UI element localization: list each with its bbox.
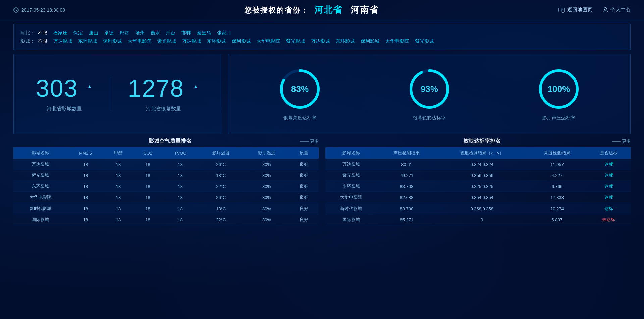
screening-more[interactable]: —— 更多	[612, 138, 631, 144]
nav-map[interactable]: 返回地图页	[558, 7, 592, 13]
table-cell: 18	[163, 181, 198, 192]
cinema-item-14[interactable]: 大华电影院	[385, 37, 409, 45]
col-formaldehyde: 甲醛	[104, 147, 133, 159]
title-prefix: 您被授权的省份：	[244, 6, 309, 14]
table-cell: 18	[67, 181, 104, 192]
cinema-item-12[interactable]: 东环影城	[336, 37, 355, 45]
screening-thead-row: 影城名称 声压检测结果 色度检测结果（x，y） 亮度检测结果 是否达标	[325, 147, 631, 159]
hebei-item-3[interactable]: 唐山	[89, 29, 98, 37]
hebei-item-9[interactable]: 邯郸	[181, 29, 191, 37]
table-cell: 18	[104, 170, 133, 181]
hebei-item-2[interactable]: 保定	[73, 29, 83, 37]
table-cell: 国际影城	[325, 214, 377, 225]
cinema-item-15[interactable]: 紫光影城	[415, 37, 434, 45]
table-row: 新时代影城83.7080.358 0.35810.274达标	[325, 203, 631, 214]
table-cell: 18	[133, 181, 162, 192]
cinema-item-3[interactable]: 保利影城	[103, 37, 122, 45]
table-row: 东环影城1818181822°C80%良好	[13, 181, 319, 192]
table-cell: 东环影城	[325, 181, 377, 192]
cinema-item-5[interactable]: 紫光影城	[157, 37, 176, 45]
hebei-item-4[interactable]: 承德	[104, 29, 114, 37]
nav-user-label: 个人中心	[610, 7, 631, 13]
col-pm25: PM2.5	[67, 147, 104, 159]
table-cell: 未达标	[587, 214, 631, 225]
table-row: 紫光影城79.2710.356 0.3564.227达标	[325, 170, 631, 181]
cinema-item-10[interactable]: 紫光影城	[286, 37, 305, 45]
hebei-item-7[interactable]: 衡水	[151, 29, 160, 37]
hebei-item-11[interactable]: 张家口	[217, 29, 231, 37]
screen-count-stat: 1278 ▲ 河北省银幕数量	[128, 76, 199, 112]
stats-right-panel: 83% 银幕亮度达标率 93% 银幕色彩达标率 100%	[228, 54, 631, 134]
table-cell: 82.688	[377, 192, 436, 203]
cinema-item-4[interactable]: 大华电影院	[128, 37, 151, 45]
hebei-item-0[interactable]: 不限	[38, 29, 47, 37]
cinema-item-6[interactable]: 万达影城	[182, 37, 201, 45]
table-cell: 新时代影城	[13, 203, 67, 214]
nav-user[interactable]: 个人中心	[602, 7, 631, 13]
hebei-label: 河北：	[20, 29, 35, 37]
table-cell: 18	[133, 214, 162, 225]
air-quality-more[interactable]: —— 更多	[300, 138, 319, 144]
circle-sound: 100% 影厅声压达标率	[537, 67, 581, 121]
person-icon	[602, 7, 608, 13]
hebei-item-1[interactable]: 石家庄	[53, 29, 67, 37]
table-cell: 大华电影院	[325, 192, 377, 203]
table-row: 万达影城80.610.324 0.32411.957达标	[325, 159, 631, 170]
table-cell: 85.271	[377, 214, 436, 225]
circle-brightness-value: 83%	[291, 84, 309, 94]
table-cell: 0.356 0.356	[436, 170, 527, 181]
cinema-item-1[interactable]: 万达影城	[53, 37, 72, 45]
table-cell: 17.333	[527, 192, 587, 203]
table-cell: 国际影城	[13, 214, 67, 225]
cinema-count-stat: 303 ▲ 河北省影城数量	[36, 76, 93, 112]
scol-sound: 声压检测结果	[377, 147, 436, 159]
table-cell: 0	[436, 214, 527, 225]
circle-brightness: 83% 银幕亮度达标率	[278, 67, 322, 121]
cinema-item-8[interactable]: 保利影城	[232, 37, 251, 45]
table-cell: 良好	[289, 159, 319, 170]
screen-count-label: 河北省银幕数量	[128, 106, 199, 112]
col-tvoc: TVOC	[163, 147, 198, 159]
table-cell: 18	[163, 214, 198, 225]
table-cell: 18	[67, 203, 104, 214]
table-cell: 18°C	[198, 203, 244, 214]
table-cell: 80%	[244, 159, 289, 170]
cinema-item-2[interactable]: 东环影城	[78, 37, 97, 45]
table-cell: 18	[67, 170, 104, 181]
screening-header: 放映达标率排名 —— 更多	[325, 138, 631, 145]
table-cell: 达标	[587, 170, 631, 181]
cinema-item-0[interactable]: 不限	[38, 37, 47, 45]
table-cell: 达标	[587, 203, 631, 214]
table-cell: 紫光影城	[325, 170, 377, 181]
table-cell: 达标	[587, 159, 631, 170]
table-cell: 18	[133, 170, 162, 181]
table-cell: 18	[133, 192, 162, 203]
table-cell: 80.61	[377, 159, 436, 170]
table-cell: 80%	[244, 192, 289, 203]
svg-line-2	[16, 10, 17, 11]
hebei-item-8[interactable]: 邢台	[166, 29, 175, 37]
table-cell: 新时代影城	[325, 203, 377, 214]
table-cell: 达标	[587, 192, 631, 203]
cinema-item-13[interactable]: 保利影城	[361, 37, 379, 45]
table-cell: 良好	[289, 192, 319, 203]
stat-divider	[110, 77, 110, 111]
air-quality-header: 影城空气质量排名 —— 更多	[13, 138, 319, 145]
table-cell: 18	[104, 192, 133, 203]
col-quality: 质量	[289, 147, 319, 159]
table-cell: 18	[104, 214, 133, 225]
circle-brightness-container: 83%	[278, 67, 322, 111]
table-cell: 大华电影院	[13, 192, 67, 203]
table-row: 紫光影城1818181818°C80%良好	[13, 170, 319, 181]
province1[interactable]: 河北省	[314, 5, 342, 15]
table-cell: 6.837	[527, 214, 587, 225]
cinema-item-11[interactable]: 万达影城	[311, 37, 330, 45]
hebei-item-10[interactable]: 秦皇岛	[197, 29, 211, 37]
air-quality-table: 影城名称 PM2.5 甲醛 CO2 TVOC 影厅温度 影厅温度 质量 万达影城…	[13, 147, 319, 225]
cinema-item-9[interactable]: 大华电影院	[257, 37, 280, 45]
hebei-item-6[interactable]: 沧州	[135, 29, 145, 37]
hebei-item-5[interactable]: 廊坊	[120, 29, 129, 37]
cinema-item-7[interactable]: 东环影城	[207, 37, 226, 45]
table-cell: 22°C	[198, 214, 244, 225]
province2[interactable]: 河南省	[351, 5, 379, 15]
